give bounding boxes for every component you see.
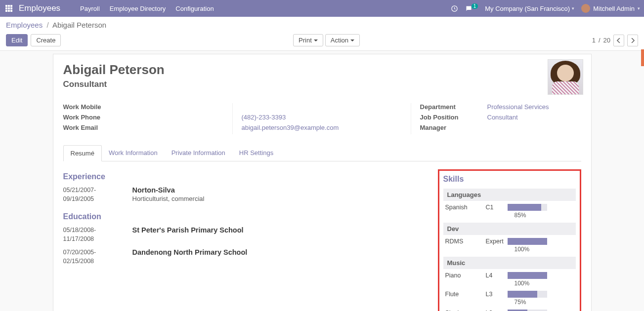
resume-column: Experience 05/21/2007-09/19/2005 Norton-… <box>63 169 428 311</box>
skill-progress-bar <box>508 272 547 279</box>
skills-panel: Skills Languages Spanish C1 85% Dev RDMS… <box>438 169 581 311</box>
resume-dates: 07/20/2005-02/15/2008 <box>63 248 132 266</box>
skill-name: RDMS <box>445 238 486 245</box>
top-navbar: Employees Payroll Employee Directory Con… <box>0 0 644 17</box>
skill-name: Flute <box>445 291 486 298</box>
skill-row: Spanish C1 85% <box>443 201 576 220</box>
nav-payroll[interactable]: Payroll <box>80 5 100 12</box>
work-email-value[interactable]: abigail.peterson39@example.com <box>242 124 339 131</box>
work-email-label: Work Email <box>63 124 118 131</box>
resume-item: 05/21/2007-09/19/2005 Norton-Silva Horti… <box>63 186 428 203</box>
skill-level: L4 <box>486 272 508 279</box>
svg-rect-6 <box>5 10 7 12</box>
skill-category-header: Dev <box>443 223 576 235</box>
pager-sep: / <box>599 37 601 44</box>
skill-level: C1 <box>486 204 508 211</box>
create-button[interactable]: Create <box>31 34 61 46</box>
clock-icon[interactable] <box>451 5 458 12</box>
svg-rect-1 <box>8 5 10 7</box>
resume-dates: 05/21/2007-09/19/2005 <box>63 186 132 203</box>
app-brand[interactable]: Employees <box>19 3 60 13</box>
caret-down-icon: ▾ <box>572 6 574 11</box>
skill-progress-bar <box>508 204 547 211</box>
skill-category-header: Music <box>443 257 576 269</box>
tab-private-information[interactable]: Private Information <box>165 145 232 161</box>
user-menu[interactable]: Mitchell Admin ▾ <box>581 4 640 13</box>
breadcrumb: Employees / Abigail Peterson <box>6 21 638 29</box>
svg-rect-8 <box>10 10 12 12</box>
skill-name: Spanish <box>445 204 486 211</box>
department-label: Department <box>420 103 456 111</box>
pager-prev[interactable] <box>613 35 624 46</box>
work-phone-label: Work Phone <box>63 114 118 121</box>
skill-percent: 75% <box>508 299 574 306</box>
resume-item: 07/20/2005-02/15/2008 Dandenong North Pr… <box>63 248 428 266</box>
department-value[interactable]: Professional Services <box>487 103 549 111</box>
user-name: Mitchell Admin <box>593 5 635 12</box>
employee-name: Abigail Peterson <box>63 62 581 78</box>
employee-job-title: Consultant <box>63 79 581 89</box>
svg-rect-2 <box>10 5 12 7</box>
education-heading: Education <box>63 212 428 221</box>
tabs: Resumé Work Information Private Informat… <box>63 145 581 161</box>
chat-icon[interactable]: 1 <box>465 5 478 12</box>
pager-total: 20 <box>603 37 610 44</box>
skill-category-header: Languages <box>443 189 576 201</box>
caret-down-icon <box>350 39 354 41</box>
pager-pos: 1 <box>592 37 596 44</box>
caret-down-icon: ▾ <box>638 6 640 11</box>
svg-rect-7 <box>8 10 10 12</box>
resume-title: Dandenong North Primary School <box>132 248 428 256</box>
skill-percent: 100% <box>508 246 574 253</box>
company-switcher[interactable]: My Company (San Francisco) ▾ <box>485 5 574 12</box>
form-sheet: Abigail Peterson Consultant Work Mobile … <box>53 54 592 311</box>
employee-avatar[interactable] <box>548 59 583 95</box>
nav-configuration[interactable]: Configuration <box>175 5 214 12</box>
skill-name: Piano <box>445 272 486 279</box>
print-label: Print <box>299 37 312 44</box>
svg-rect-0 <box>5 5 7 7</box>
skill-percent: 85% <box>508 212 574 219</box>
skill-level: Expert <box>486 238 508 245</box>
resume-title: St Peter's Parish Primary School <box>132 226 428 234</box>
breadcrumb-sep: / <box>46 21 48 29</box>
manager-label: Manager <box>420 124 446 131</box>
svg-rect-4 <box>8 7 10 9</box>
work-mobile-label: Work Mobile <box>63 103 118 111</box>
scroll-indicator <box>641 49 644 66</box>
resume-sub: Horticulturist, commercial <box>132 195 428 202</box>
resume-title: Norton-Silva <box>132 186 428 194</box>
skill-progress-bar <box>508 238 547 245</box>
pager-next[interactable] <box>627 35 638 46</box>
job-position-value[interactable]: Consultant <box>487 114 518 121</box>
experience-heading: Experience <box>63 172 428 181</box>
chat-badge: 1 <box>472 3 478 9</box>
tab-work-information[interactable]: Work Information <box>102 145 165 161</box>
breadcrumb-current: Abigail Peterson <box>52 21 106 29</box>
control-bar: Employees / Abigail Peterson Edit Create… <box>0 17 644 51</box>
action-dropdown[interactable]: Action <box>325 34 360 46</box>
job-position-label: Job Position <box>420 114 459 121</box>
skill-row: Singing L2 50% <box>443 307 576 311</box>
skill-row: Flute L3 75% <box>443 288 576 307</box>
company-name: My Company (San Francisco) <box>485 5 570 12</box>
skill-row: RDMS Expert 100% <box>443 235 576 254</box>
tab-resume[interactable]: Resumé <box>63 145 102 161</box>
svg-rect-3 <box>5 7 7 9</box>
tab-hr-settings[interactable]: HR Settings <box>232 145 280 161</box>
breadcrumb-root[interactable]: Employees <box>6 21 43 29</box>
apps-icon[interactable] <box>4 3 14 13</box>
nav-employee-directory[interactable]: Employee Directory <box>110 5 166 12</box>
caret-down-icon <box>314 39 318 41</box>
edit-button[interactable]: Edit <box>6 34 28 46</box>
resume-item: 05/18/2008-11/17/2008 St Peter's Parish … <box>63 226 428 243</box>
skill-percent: 100% <box>508 280 574 287</box>
skill-row: Piano L4 100% <box>443 269 576 288</box>
resume-dates: 05/18/2008-11/17/2008 <box>63 226 132 243</box>
print-dropdown[interactable]: Print <box>293 34 323 46</box>
svg-rect-5 <box>10 7 12 9</box>
work-phone-value[interactable]: (482)-233-3393 <box>242 114 286 121</box>
skill-progress-bar <box>508 291 547 298</box>
pager: 1/20 <box>592 35 638 46</box>
action-label: Action <box>331 37 348 44</box>
